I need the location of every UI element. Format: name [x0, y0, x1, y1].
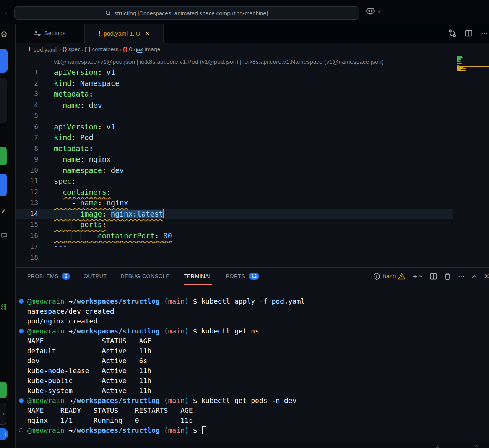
- left-strip-green-block-1[interactable]: [0, 147, 7, 165]
- symbol-icon: {}: [123, 46, 127, 52]
- tab-settings[interactable]: Settings: [16, 24, 85, 43]
- line-number: 17: [16, 241, 38, 252]
- panel-tab-label: OUTPUT: [84, 273, 107, 279]
- line-number: 6: [16, 121, 38, 133]
- breadcrumb-item[interactable]: 0: [127, 46, 132, 52]
- copilot-icon: [366, 7, 375, 16]
- code-line-16[interactable]: 16 - containerPort: 80: [16, 230, 489, 241]
- panel-tab-ports[interactable]: PORTS12: [226, 268, 259, 285]
- breadcrumb-separator: ›: [132, 47, 137, 52]
- tab-pod-yaml[interactable]: ! pod.yaml 1, U ✕: [85, 24, 164, 43]
- command-success-decoration[interactable]: [19, 329, 24, 333]
- statusbar-sliver: △ ○○: [16, 443, 489, 448]
- code-line-18[interactable]: 18: [16, 252, 489, 263]
- command-success-decoration[interactable]: [19, 299, 24, 304]
- problem-indicator-icon: !: [99, 30, 101, 37]
- code-line-10[interactable]: 10 namespace: dev: [16, 165, 489, 176]
- editor-actions: ⋯: [448, 24, 487, 43]
- vscode-main: Settings ! pod.yaml 1, U ✕ ⋯ ! pod.yaml …: [16, 24, 489, 448]
- code-line-5[interactable]: 5---: [16, 110, 489, 121]
- line-number: 8: [16, 143, 38, 154]
- more-actions-icon[interactable]: ⋯: [481, 29, 487, 37]
- code-line-6[interactable]: 6apiVersion: v1: [16, 121, 489, 133]
- breadcrumb-item[interactable]: spec: [67, 46, 81, 52]
- comment-icon[interactable]: [1, 233, 7, 239]
- terminal-instance[interactable]: $ bash: [373, 273, 406, 280]
- tab-pod-yaml-label: pod.yaml 1, U: [104, 30, 140, 37]
- terminal-output-line: nginx 1/1 Running 0 11s: [16, 416, 489, 425]
- code-line-9[interactable]: 9 name: nginx: [16, 154, 489, 165]
- breadcrumb-file[interactable]: pod.yaml: [33, 46, 57, 53]
- shell-label: bash: [383, 273, 396, 280]
- line-number: 5: [16, 110, 38, 121]
- settings-sliders-icon: [34, 31, 41, 36]
- search-icon: [106, 10, 111, 16]
- code-line-4[interactable]: 4 name: dev: [16, 100, 489, 111]
- line-number: 1: [16, 67, 38, 78]
- breadcrumb-separator: ›: [119, 47, 123, 52]
- terminal-output-line: kube-node-lease Active 11h: [16, 366, 489, 376]
- terminal-output-line: NAME STATUS AGE: [16, 336, 489, 346]
- trash-icon[interactable]: [444, 273, 451, 280]
- close-icon[interactable]: ✕: [145, 30, 150, 37]
- left-strip-blue-block-2[interactable]: [0, 174, 7, 196]
- copilot-menu[interactable]: [366, 7, 381, 16]
- code-line-13[interactable]: 13 - name: nginx: [16, 197, 489, 209]
- code-line-7[interactable]: 7kind: Pod: [16, 132, 489, 143]
- minimap[interactable]: [457, 56, 468, 73]
- breadcrumb[interactable]: ! pod.yaml › {} spec › [ ] containers › …: [16, 43, 489, 56]
- code-line-12[interactable]: 12 containers:: [16, 187, 489, 198]
- terminal-output-line: NAME READY STATUS RESTARTS AGE: [16, 406, 489, 416]
- left-strip-green-block-2[interactable]: [0, 382, 7, 398]
- terminal[interactable]: @meowrain →/workspaces/structlog (main) …: [16, 285, 489, 443]
- line-number: 3: [16, 89, 38, 100]
- panel-tab-terminal[interactable]: TERMINAL: [184, 268, 212, 285]
- close-panel-icon[interactable]: ✕: [484, 272, 489, 280]
- terminal-cursor: [202, 426, 206, 434]
- bash-icon: $: [373, 273, 380, 280]
- code-line-2[interactable]: 2kind: Namespace: [16, 78, 489, 89]
- forward-arrow-icon[interactable]: →: [1, 8, 8, 16]
- code-line-11[interactable]: 11spec:: [16, 176, 489, 187]
- statusbar-copilot-stub-icon: ○○: [474, 444, 478, 448]
- more-actions-icon[interactable]: ⋯: [458, 272, 465, 280]
- code-line-3[interactable]: 3metadata:: [16, 89, 489, 100]
- line-number: 12: [16, 187, 38, 198]
- panel-tab-problems[interactable]: PROBLEMS2: [27, 268, 70, 285]
- split-panel-icon[interactable]: [430, 273, 437, 280]
- maximize-panel-icon[interactable]: [472, 275, 477, 278]
- code-lines: 1apiVersion: v12kind: Namespace3metadata…: [16, 67, 489, 263]
- left-strip-blue-block-1[interactable]: [0, 49, 8, 73]
- left-strip-blue-pill[interactable]: t: [0, 428, 8, 440]
- line-number: 18: [16, 252, 38, 263]
- code-line-8[interactable]: 8metadata:: [16, 143, 489, 154]
- terminal-prompt-line: @meowrain →/workspaces/structlog (main) …: [16, 326, 489, 336]
- panel-tab-debug-console[interactable]: DEBUG CONSOLE: [120, 268, 170, 285]
- chevron-down-icon: [377, 10, 381, 13]
- panel-tab-output[interactable]: OUTPUT: [84, 268, 107, 285]
- code-line-1[interactable]: 1apiVersion: v1: [16, 67, 489, 78]
- command-center-search[interactable]: structlog [Codespaces: animated space co…: [14, 6, 359, 20]
- chevron-down-icon[interactable]: [419, 275, 422, 278]
- minimap-line: [457, 59, 461, 60]
- gear-icon[interactable]: ⚙: [0, 30, 8, 39]
- code-line-15[interactable]: 15 ports:: [16, 219, 489, 230]
- split-editor-icon[interactable]: [465, 29, 473, 37]
- command-pending-decoration[interactable]: [19, 428, 23, 432]
- text-cursor: [163, 209, 164, 218]
- statusbar-stub-icon: △: [436, 444, 439, 448]
- panel-tab-label: PROBLEMS: [27, 273, 58, 279]
- yaml-schema-hint[interactable]: v1@namespace+v1@pod.json | io.k8s.api.co…: [54, 57, 383, 67]
- code-line-14[interactable]: 14 image: nginx:latest: [16, 209, 489, 220]
- count-badge: 12: [249, 273, 259, 280]
- breadcrumb-item[interactable]: containers: [90, 46, 118, 52]
- code-editor[interactable]: v1@namespace+v1@pod.json | io.k8s.api.co…: [16, 56, 489, 267]
- new-terminal-icon[interactable]: +: [413, 272, 417, 281]
- editor-tabbar: Settings ! pod.yaml 1, U ✕ ⋯: [16, 24, 489, 43]
- command-success-decoration[interactable]: [19, 398, 24, 403]
- left-strip-nav-button[interactable]: ➞: [0, 403, 6, 425]
- breadcrumb-item[interactable]: image: [143, 46, 160, 52]
- panel-tab-label: DEBUG CONSOLE: [120, 273, 170, 279]
- code-line-17[interactable]: 17---: [16, 241, 489, 252]
- open-changes-icon[interactable]: [448, 29, 457, 37]
